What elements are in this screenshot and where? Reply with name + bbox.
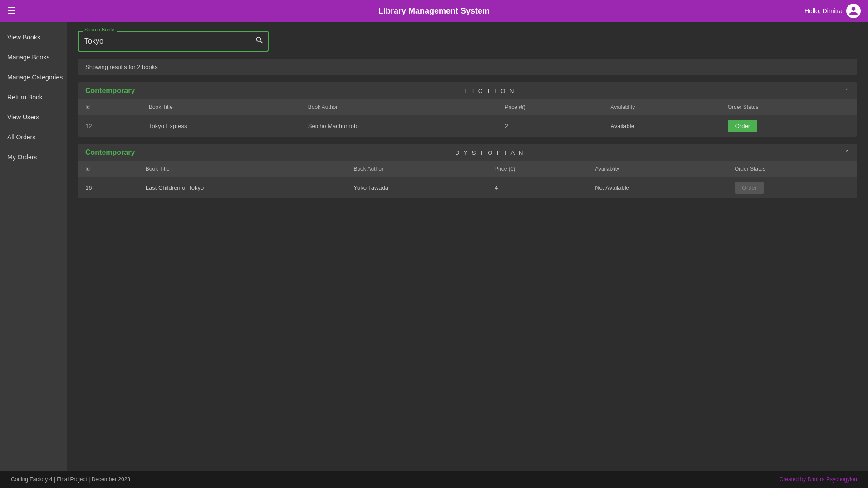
sidebar: View Books Manage Books Manage Categorie… [0,22,67,471]
cell-availability: Available [603,115,720,137]
table-row: 16 Last Children of Tokyo Yoko Tawada 4 … [78,177,857,199]
category-genre-fiction: F i c t i o n [464,88,515,94]
category-genre-dystopian: D y s t o p i a n [455,149,524,156]
sidebar-item-manage-categories[interactable]: Manage Categories [0,67,67,87]
col-id: Id [78,161,138,177]
books-table-fiction: Id Book Title Book Author Price (€) Avai… [78,99,857,137]
cell-id: 12 [78,115,142,137]
cell-availability: Not Available [588,177,727,199]
hamburger-icon[interactable]: ☰ [7,5,15,16]
search-input[interactable] [78,31,269,52]
search-area: Search Books [78,31,269,52]
cell-author: Yoko Tawada [346,177,487,199]
col-availability: Availablity [603,99,720,115]
order-button-disabled: Order [735,182,764,194]
sidebar-item-view-users[interactable]: View Users [0,107,67,127]
cell-title: Tokyo Express [142,115,301,137]
footer-right: Created by Dimitra Psychogyiou [780,476,857,483]
cell-order: Order [727,177,857,199]
sidebar-item-return-book[interactable]: Return Book [0,87,67,107]
category-section-fiction: Contemporary F i c t i o n ⌃ Id Book Tit… [78,82,857,137]
collapse-icon-dystopian[interactable]: ⌃ [844,149,850,156]
col-price: Price (€) [487,161,588,177]
col-order-status: Order Status [721,99,857,115]
cell-author: Seicho Machurnoto [301,115,498,137]
col-price: Price (€) [497,99,603,115]
col-order-status: Order Status [727,161,857,177]
sidebar-item-my-orders[interactable]: My Orders [0,147,67,167]
col-book-title: Book Title [138,161,347,177]
order-button-active[interactable]: Order [728,120,757,132]
sidebar-item-manage-books[interactable]: Manage Books [0,47,67,67]
app-header: ☰ Library Management System Hello, Dimit… [0,0,868,22]
app-footer: Coding Factory 4 | Final Project | Decem… [0,471,868,488]
col-book-title: Book Title [142,99,301,115]
col-book-author: Book Author [346,161,487,177]
greeting-text: Hello, Dimitra [804,7,843,15]
cell-price: 4 [487,177,588,199]
avatar[interactable] [846,4,861,18]
sidebar-item-view-books[interactable]: View Books [0,27,67,47]
search-button[interactable] [255,36,264,47]
table-header-dystopian: Id Book Title Book Author Price (€) Avai… [78,161,857,177]
col-book-author: Book Author [301,99,498,115]
table-row: 12 Tokyo Express Seicho Machurnoto 2 Ava… [78,115,857,137]
category-name-fiction: Contemporary [85,87,135,95]
cell-id: 16 [78,177,138,199]
category-header-dystopian: Contemporary D y s t o p i a n ⌃ [78,144,857,161]
category-header-fiction: Contemporary F i c t i o n ⌃ [78,82,857,99]
cell-order: Order [721,115,857,137]
sidebar-item-all-orders[interactable]: All Orders [0,127,67,147]
table-header-fiction: Id Book Title Book Author Price (€) Avai… [78,99,857,115]
collapse-icon-fiction[interactable]: ⌃ [844,87,850,94]
user-greeting-area: Hello, Dimitra [804,4,861,18]
results-text: Showing results for 2 books [85,64,158,70]
footer-left: Coding Factory 4 | Final Project | Decem… [11,476,130,483]
category-name-dystopian: Contemporary [85,148,135,157]
cell-title: Last Children of Tokyo [138,177,347,199]
cell-price: 2 [497,115,603,137]
main-content: Search Books Showing results for 2 books… [67,22,868,471]
col-availability: Availablity [588,161,727,177]
category-section-dystopian: Contemporary D y s t o p i a n ⌃ Id Book… [78,144,857,198]
results-info: Showing results for 2 books [78,59,857,75]
search-label: Search Books [83,27,117,32]
app-title: Library Management System [378,6,490,16]
books-table-dystopian: Id Book Title Book Author Price (€) Avai… [78,161,857,198]
col-id: Id [78,99,142,115]
footer-author: Dimitra Psychogyiou [808,476,857,483]
footer-created-prefix: Created by [780,476,808,483]
